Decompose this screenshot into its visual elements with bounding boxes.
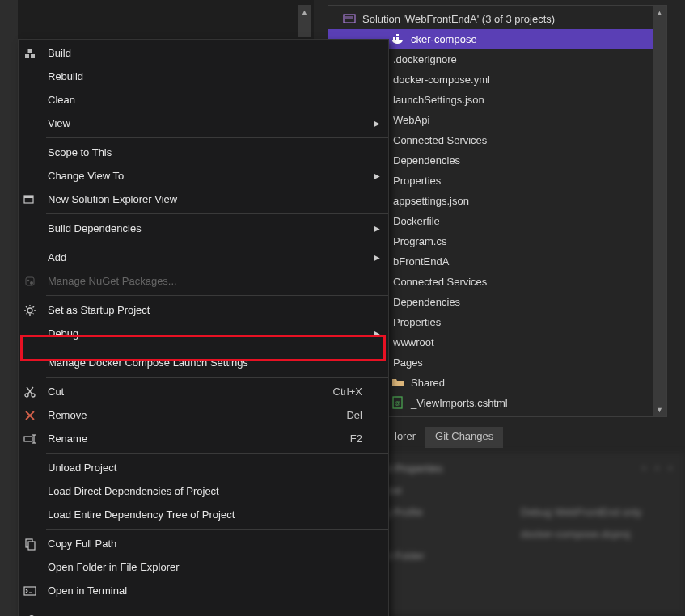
- svg-rect-11: [26, 277, 34, 285]
- cshtml-file-icon: @: [391, 396, 406, 411]
- properties-panel: Project Properties • • • compose Debug P…: [349, 453, 685, 614]
- tree-item-label: appsettings.json: [393, 195, 469, 207]
- tree-item-label: cker-compose: [411, 33, 477, 45]
- tree-item-label: Program.cs: [393, 235, 446, 247]
- menu-new-solution-explorer-view[interactable]: New Solution Explorer View: [19, 188, 388, 211]
- tree-item-label: Properties: [393, 316, 441, 328]
- menu-cut[interactable]: Cut Ctrl+X: [19, 380, 388, 403]
- tree-scrollbar[interactable]: ▲ ▼: [653, 6, 666, 416]
- menu-label: Manage NuGet Packages...: [41, 275, 378, 287]
- menu-label: Open Folder in File Explorer: [41, 561, 378, 573]
- tree-item-label: Dockerfile: [393, 215, 440, 227]
- tree-item-label: Connected Services: [393, 134, 487, 146]
- menu-properties[interactable]: Properties Alt+Enter: [19, 608, 388, 616]
- submenu-arrow-icon: ▶: [374, 253, 380, 262]
- gear-icon: [19, 304, 41, 317]
- menu-debug[interactable]: Debug ▶: [19, 322, 388, 345]
- new-view-icon: [19, 193, 41, 206]
- menu-label: Build Dependencies: [41, 222, 378, 234]
- svg-line-21: [26, 313, 27, 314]
- menu-build-dependencies[interactable]: Build Dependencies ▶: [19, 217, 388, 240]
- menu-label: Change View To: [41, 170, 378, 182]
- menu-label: Add: [41, 251, 378, 264]
- menu-separator: [46, 605, 388, 605]
- tree-item-label: Shared: [411, 377, 445, 389]
- remove-icon: [19, 409, 41, 422]
- tree-item-label: Dependencies: [393, 296, 460, 308]
- svg-rect-10: [24, 196, 33, 198]
- svg-rect-7: [31, 54, 35, 58]
- svg-point-14: [27, 308, 32, 313]
- solution-node[interactable]: Solution 'WebFrontEndA' (3 of 3 projects…: [328, 9, 666, 29]
- rename-icon: [19, 432, 41, 445]
- svg-rect-1: [393, 37, 395, 40]
- tree-item-label: docker-compose.yml: [393, 74, 490, 86]
- chevron-up-icon[interactable]: ▲: [653, 6, 666, 19]
- wrench-icon: [19, 614, 41, 617]
- svg-rect-29: [24, 437, 32, 441]
- menu-label: Rename: [41, 432, 350, 445]
- svg-rect-6: [25, 54, 29, 58]
- menu-clean[interactable]: Clean: [19, 88, 388, 112]
- menu-label: Rebuild: [41, 70, 378, 82]
- cut-icon: [19, 386, 41, 399]
- menu-label: Clean: [41, 94, 378, 106]
- menu-shortcut: Del: [346, 409, 378, 421]
- menu-separator: [46, 243, 388, 243]
- menu-view[interactable]: View ▶: [19, 112, 388, 135]
- menu-add[interactable]: Add ▶: [19, 246, 388, 269]
- scroll-up-arrow[interactable]: ▲: [298, 5, 311, 19]
- tree-item-label: Dependencies: [393, 154, 460, 167]
- menu-label: Set as Startup Project: [41, 304, 378, 316]
- menu-load-direct-deps[interactable]: Load Direct Dependencies of Project: [19, 479, 388, 503]
- menu-shortcut: F2: [350, 432, 378, 445]
- menu-label: Unload Project: [41, 462, 378, 474]
- menu-scope-to-this[interactable]: Scope to This: [19, 141, 388, 164]
- tree-item-label: _ViewImports.cshtml: [411, 397, 508, 409]
- menu-separator: [46, 453, 388, 454]
- menu-separator: [46, 377, 388, 378]
- menu-set-as-startup[interactable]: Set as Startup Project: [19, 298, 388, 322]
- tree-item-label: launchSettings.json: [393, 94, 484, 106]
- menu-label: Load Entire Dependency Tree of Project: [41, 508, 378, 521]
- tab-solution-explorer[interactable]: lorer: [385, 427, 425, 448]
- tree-item-label: WebApi: [393, 114, 429, 126]
- menu-build[interactable]: Build: [19, 41, 388, 65]
- tree-item-label: .dockerignore: [393, 53, 457, 65]
- project-context-menu: Build Rebuild Clean View ▶ Scope to This…: [18, 39, 389, 616]
- menu-manage-nuget: Manage NuGet Packages...: [19, 269, 388, 293]
- menu-unload-project[interactable]: Unload Project: [19, 456, 388, 479]
- menu-label: Copy Full Path: [41, 538, 378, 550]
- svg-rect-35: [24, 587, 36, 595]
- menu-rename[interactable]: Rename F2: [19, 427, 388, 450]
- submenu-arrow-icon: ▶: [374, 119, 380, 128]
- chevron-down-icon[interactable]: ▼: [653, 403, 666, 416]
- menu-separator: [46, 295, 388, 296]
- menu-separator: [46, 348, 388, 348]
- svg-line-22: [33, 306, 35, 308]
- tab-git-changes[interactable]: Git Changes: [425, 427, 503, 448]
- menu-label: Remove: [41, 409, 346, 421]
- submenu-arrow-icon: ▶: [374, 171, 380, 180]
- copy-icon: [19, 538, 41, 551]
- menu-label: Build: [41, 47, 378, 59]
- menu-copy-full-path[interactable]: Copy Full Path: [19, 532, 388, 555]
- menu-manage-docker-compose[interactable]: Manage Docker Compose Launch Settings: [19, 351, 388, 374]
- menu-label: Manage Docker Compose Launch Settings: [41, 357, 378, 369]
- svg-text:@: @: [395, 400, 400, 406]
- submenu-arrow-icon: ▶: [374, 224, 380, 233]
- menu-label: View: [41, 117, 378, 129]
- menu-remove[interactable]: Remove Del: [19, 403, 388, 427]
- tree-item-label: wwwroot: [393, 336, 434, 348]
- menu-open-file-explorer[interactable]: Open Folder in File Explorer: [19, 555, 388, 579]
- menu-change-view-to[interactable]: Change View To ▶: [19, 164, 388, 188]
- menu-open-terminal[interactable]: Open in Terminal: [19, 579, 388, 602]
- svg-line-20: [33, 313, 35, 314]
- build-icon: [19, 47, 41, 60]
- menu-rebuild[interactable]: Rebuild: [19, 65, 388, 88]
- svg-point-13: [30, 281, 33, 285]
- tree-item-label: bFrontEndA: [393, 255, 449, 268]
- editor-scrollbar[interactable]: ▲: [298, 5, 311, 37]
- menu-load-entire-deps[interactable]: Load Entire Dependency Tree of Project: [19, 503, 388, 526]
- svg-line-19: [26, 306, 27, 308]
